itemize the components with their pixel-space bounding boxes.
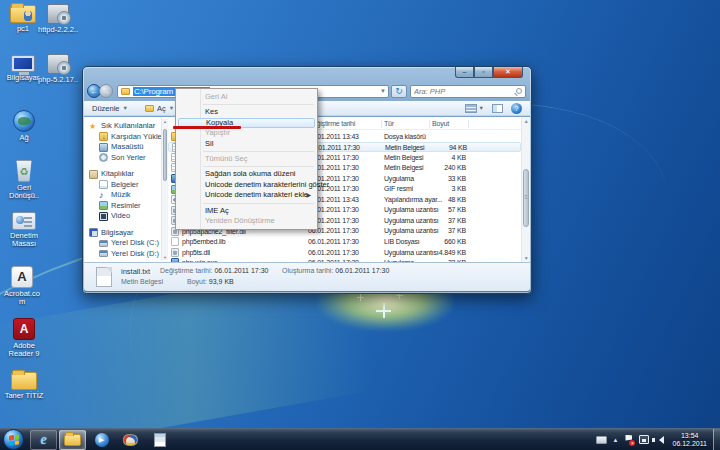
menu-item-sil[interactable]: Sil <box>176 139 317 149</box>
nav-music[interactable]: ♪Müzik <box>84 190 168 201</box>
scroll-up-icon[interactable]: ▲ <box>522 118 530 124</box>
nav-downloads[interactable]: Karşıdan Yüklem <box>84 132 168 143</box>
chevron-down-icon: ▼ <box>169 105 174 111</box>
menu-item-unicode-goster[interactable]: Unicode denetim karakterlerini göster <box>176 180 317 190</box>
recent-places-icon <box>99 153 108 162</box>
start-button[interactable] <box>3 429 24 450</box>
scrollbar-grip: ≡ <box>523 195 529 200</box>
taskbar: e ▶ ▲ 13:54 06.12.2011 <box>0 428 720 450</box>
menu-separator <box>203 203 314 204</box>
desktop-icon-label: Ağ <box>3 134 45 142</box>
show-hidden-icons-button[interactable]: ▲ <box>613 437 619 443</box>
annotation-red-underline <box>173 126 241 129</box>
acrobat-icon: A <box>11 266 33 288</box>
desktop-icon-label: Denetim Masası <box>3 232 45 248</box>
nav-computer[interactable]: Bilgisayar <box>84 228 168 239</box>
desktop-icon-ag[interactable]: Ağ <box>3 110 45 142</box>
folder-icon <box>11 372 37 390</box>
details-size: Boyut: 93,9 KB <box>187 278 234 285</box>
menu-item-yeniden-donusturme: Yeniden Dönüştürme <box>176 216 317 226</box>
details-file-name: install.txt <box>121 267 150 276</box>
menu-item-yapistir: Yapıştır <box>176 128 317 138</box>
nav-scrollbar[interactable]: ▲ ▼ <box>161 119 168 260</box>
wallpaper-sparkle <box>376 303 391 318</box>
nav-videos[interactable]: Video <box>84 211 168 222</box>
chevron-down-icon[interactable]: ▼ <box>479 105 484 111</box>
menu-item-tumunu-sec: Tümünü Seç <box>176 154 317 164</box>
minimize-button[interactable]: – <box>455 67 474 78</box>
network-tray-icon[interactable] <box>639 435 649 444</box>
details-pane: install.txt Metin Belgesi Değiştirme tar… <box>84 262 530 291</box>
help-button[interactable]: ? <box>511 103 522 114</box>
desktop-icon-control-panel[interactable]: Denetim Masası <box>3 212 45 248</box>
recycle-bin-icon: ♻ <box>15 160 33 182</box>
file-row[interactable]: php5ts.dll06.01.2011 17:30Uygulama uzant… <box>168 247 521 258</box>
action-center-icon[interactable] <box>624 435 633 445</box>
documents-icon <box>99 180 108 189</box>
address-dropdown-arrow[interactable]: ▼ <box>380 88 386 94</box>
show-desktop-button[interactable] <box>713 429 720 450</box>
details-modified: Değiştirme tarihi: 06.01.2011 17:30 <box>160 267 268 274</box>
nav-pictures[interactable]: Resimler <box>84 201 168 212</box>
submenu-arrow-icon: ▶ <box>306 190 311 200</box>
keyboard-tray-icon[interactable] <box>596 436 607 444</box>
taskbar-clock[interactable]: 13:54 06.12.2011 <box>672 432 707 448</box>
search-box[interactable] <box>410 85 526 98</box>
taskbar-paint[interactable] <box>117 430 144 450</box>
nav-desktop[interactable]: Masaüstü <box>84 142 168 153</box>
desktop-icon-php[interactable]: php-5.2.17.. <box>37 54 79 84</box>
maximize-button[interactable]: ▫ <box>474 67 493 78</box>
desktop-icon-taner[interactable]: Taner TİTİZ <box>3 372 45 400</box>
list-scrollbar[interactable]: ▲ ≡ ▼ <box>521 117 530 262</box>
nav-disk-d[interactable]: Yerel Disk (D:) <box>84 249 168 260</box>
wallpaper-sparkle <box>357 294 364 301</box>
desktop-icon-recycle-bin[interactable]: ♻ Geri Dönüşü.. <box>3 160 45 200</box>
notepad-icon <box>154 433 166 447</box>
desktop-icon-label: httpd-2.2.2.. <box>37 26 79 34</box>
nav-libraries[interactable]: Kitaplıklar <box>84 169 168 180</box>
taskbar-windows-explorer[interactable] <box>59 430 86 450</box>
close-button[interactable]: ✕ <box>493 67 523 78</box>
nav-favorites[interactable]: ★Sık Kullanılanlar <box>84 121 168 132</box>
toolbar-organize-label: Düzenle <box>92 104 120 113</box>
desktop-icon-httpd[interactable]: httpd-2.2.2.. <box>37 4 79 34</box>
system-tray: ▲ 13:54 06.12.2011 <box>593 429 720 450</box>
refresh-button[interactable]: ↻ <box>391 85 407 98</box>
folder-icon <box>145 105 154 112</box>
folder-icon <box>121 88 130 95</box>
taskbar-media-player[interactable]: ▶ <box>88 430 115 450</box>
desktop-icon-adobe-reader[interactable]: A Adobe Reader 9 <box>3 318 45 358</box>
menu-item-sagdan-sola[interactable]: Sağdan sola okuma düzeni <box>176 169 317 179</box>
taskbar-notepad[interactable] <box>146 430 173 450</box>
change-view-button[interactable] <box>465 104 477 113</box>
adobe-reader-icon: A <box>13 318 35 340</box>
nav-disk-c[interactable]: Yerel Disk (C:) <box>84 238 168 249</box>
scrollbar-thumb[interactable] <box>163 129 167 181</box>
desktop-icon-acrobat[interactable]: A Acrobat.com <box>1 266 43 306</box>
internet-explorer-icon: e <box>40 432 46 448</box>
taskbar-internet-explorer[interactable]: e <box>30 430 57 450</box>
scroll-down-icon[interactable]: ▼ <box>522 255 530 261</box>
clock-time: 13:54 <box>672 432 707 440</box>
preview-pane-button[interactable] <box>492 104 503 113</box>
network-globe-icon <box>13 110 35 132</box>
file-row[interactable]: php5embed.lib06.01.2011 17:30LIB Dosyası… <box>168 236 521 247</box>
menu-item-unicode-ekle[interactable]: Unicode denetim karakteri ekle▶ <box>176 190 317 200</box>
column-header-size[interactable]: Boyut <box>432 120 449 127</box>
nav-recent-places[interactable]: Son Yerler <box>84 153 168 164</box>
libraries-icon <box>89 170 98 179</box>
desktop-icon-label: php-5.2.17.. <box>37 76 79 84</box>
forward-button[interactable]: → <box>99 84 113 98</box>
search-input[interactable] <box>414 87 516 96</box>
desktop-icon-label: Adobe Reader 9 <box>3 342 45 358</box>
menu-item-ime-ac[interactable]: IME Aç <box>176 206 317 216</box>
installer-icon <box>47 54 69 74</box>
column-header-type[interactable]: Tür <box>384 120 394 127</box>
toolbar-organize-button[interactable]: Düzenle▼ <box>92 104 128 113</box>
nav-documents[interactable]: Belgeler <box>84 180 168 191</box>
toolbar-open-button[interactable]: Aç▼ <box>144 104 174 113</box>
menu-item-kes[interactable]: Kes <box>176 107 317 117</box>
volume-tray-icon[interactable] <box>655 436 664 444</box>
computer-icon <box>11 55 35 72</box>
text-file-icon <box>96 267 112 287</box>
